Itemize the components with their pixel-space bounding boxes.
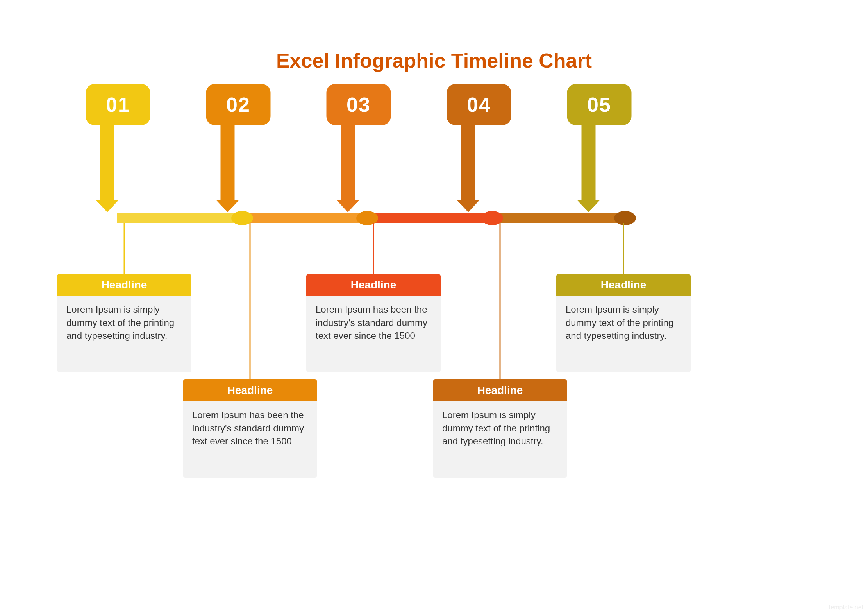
- timeline-segment-2: [242, 213, 367, 223]
- step-badge-2: 02: [206, 84, 271, 125]
- timeline-marker-5: 05: [579, 84, 643, 213]
- card-body: Lorem Ipsum is simply dummy text of the …: [556, 296, 691, 372]
- timeline-marker-1: 01: [98, 84, 162, 213]
- card-body: Lorem Ipsum is simply dummy text of the …: [433, 401, 567, 478]
- card-headline: Headline: [183, 379, 317, 401]
- timeline-segment-4: [492, 213, 625, 223]
- connector-line: [623, 223, 624, 274]
- card-headline: Headline: [57, 274, 191, 296]
- timeline-card-1: Headline Lorem Ipsum is simply dummy tex…: [57, 274, 191, 372]
- timeline-card-5: Headline Lorem Ipsum is simply dummy tex…: [556, 274, 691, 372]
- arrow-down-icon: [338, 124, 358, 213]
- arrow-down-icon: [218, 124, 238, 213]
- card-body: Lorem Ipsum is simply dummy text of the …: [57, 296, 191, 372]
- arrow-down-icon: [579, 124, 598, 213]
- timeline-segment-1: [117, 213, 242, 223]
- step-badge-5: 05: [567, 84, 632, 125]
- timeline-marker-2: 02: [218, 84, 282, 213]
- connector-line: [250, 223, 251, 379]
- arrow-down-icon: [459, 124, 478, 213]
- card-headline: Headline: [556, 274, 691, 296]
- card-headline: Headline: [433, 379, 567, 401]
- step-badge-4: 04: [447, 84, 511, 125]
- timeline-segment-3: [367, 213, 492, 223]
- timeline-axis: [0, 213, 868, 223]
- step-badge-1: 01: [86, 84, 150, 125]
- timeline-marker-4: 04: [459, 84, 523, 213]
- card-body: Lorem Ipsum has been the industry's stan…: [306, 296, 441, 372]
- timeline-card-4: Headline Lorem Ipsum is simply dummy tex…: [433, 379, 567, 478]
- watermark-text: Template.net: [827, 604, 863, 611]
- connector-line: [124, 223, 125, 274]
- arrow-down-icon: [98, 124, 117, 213]
- connector-line: [373, 223, 374, 274]
- chart-title: Excel Infographic Timeline Chart: [0, 49, 868, 72]
- card-headline: Headline: [306, 274, 441, 296]
- timeline-card-3: Headline Lorem Ipsum has been the indust…: [306, 274, 441, 372]
- timeline-card-2: Headline Lorem Ipsum has been the indust…: [183, 379, 317, 478]
- card-body: Lorem Ipsum has been the industry's stan…: [183, 401, 317, 478]
- step-badge-3: 03: [327, 84, 391, 125]
- timeline-marker-3: 03: [338, 84, 403, 213]
- connector-line: [500, 223, 501, 379]
